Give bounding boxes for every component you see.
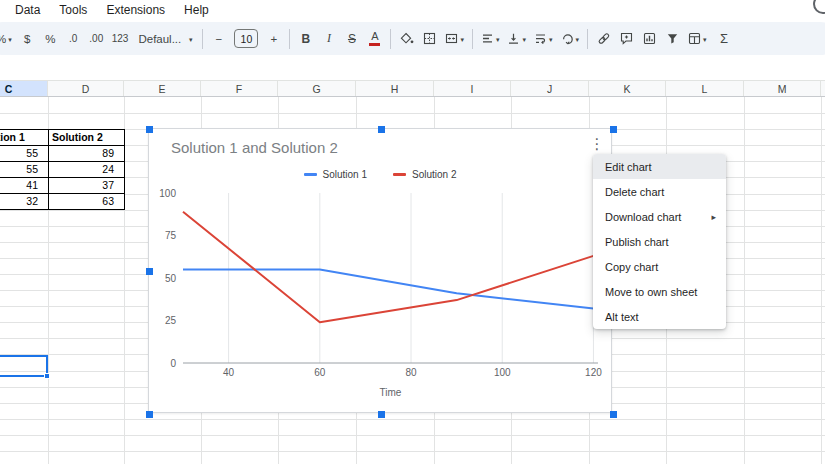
selection-handle[interactable]	[378, 411, 385, 418]
column-header-e[interactable]: E	[124, 81, 201, 97]
column-header-d[interactable]: D	[48, 81, 124, 97]
text-color-swatch	[369, 43, 380, 46]
chart-context-menu: Edit chartDelete chartDownload chart▸Pub…	[593, 154, 726, 329]
context-menu-item-download-chart[interactable]: Download chart▸	[593, 204, 726, 229]
cell[interactable]: 32	[0, 194, 49, 210]
menu-item-extensions[interactable]: Extensions	[106, 3, 165, 17]
selection-handle[interactable]	[378, 126, 385, 133]
menu-item-help[interactable]: Help	[184, 3, 209, 17]
cell[interactable]: 55	[0, 146, 49, 162]
svg-text:Time: Time	[380, 387, 402, 398]
fill-color-button[interactable]	[399, 27, 414, 51]
menu-bar: DataToolsExtensionsHelp	[0, 0, 825, 20]
italic-button[interactable]: I	[321, 27, 336, 51]
context-menu-item-label: Publish chart	[605, 236, 669, 248]
grid-line	[821, 97, 822, 464]
svg-text:80: 80	[405, 367, 417, 378]
column-header-c[interactable]: C	[0, 81, 48, 97]
toolbar-divider	[202, 29, 203, 49]
cell[interactable]: 41	[0, 178, 49, 194]
cell[interactable]: 89	[49, 146, 125, 162]
cell[interactable]: Solution 2	[49, 130, 125, 146]
svg-text:100: 100	[159, 188, 176, 199]
zoom-select[interactable]: % ▾	[0, 27, 12, 51]
selection-handle[interactable]	[146, 126, 153, 133]
data-table: Solution 1Solution 25589552441373263	[0, 129, 125, 210]
insert-comment-button[interactable]	[619, 27, 634, 51]
column-header-k[interactable]: K	[589, 81, 666, 97]
cell[interactable]: Solution 1	[0, 130, 49, 146]
increase-font-size-button[interactable]: +	[266, 27, 281, 51]
merge-cells-icon	[445, 32, 458, 45]
context-menu-item-publish-chart[interactable]: Publish chart	[593, 229, 726, 254]
bold-button[interactable]: B	[298, 27, 313, 51]
selection-handle[interactable]	[146, 411, 153, 418]
font-size-input[interactable]	[234, 29, 258, 48]
table-icon	[688, 32, 701, 45]
decrease-font-size-button[interactable]: −	[211, 27, 226, 51]
fill-handle[interactable]	[44, 373, 50, 379]
selected-cell[interactable]	[0, 355, 48, 377]
svg-text:100: 100	[494, 367, 511, 378]
text-rotation-button[interactable]: ▾	[561, 27, 580, 51]
more-formats-button[interactable]: 123	[112, 27, 129, 51]
insert-chart-button[interactable]	[642, 27, 657, 51]
context-menu-item-edit-chart[interactable]: Edit chart	[593, 154, 726, 179]
strikethrough-button[interactable]: S	[344, 27, 359, 51]
column-header-g[interactable]: G	[278, 81, 356, 97]
borders-button[interactable]	[422, 27, 437, 51]
align-left-icon	[481, 32, 494, 45]
text-color-button[interactable]: A	[367, 27, 382, 51]
cell[interactable]: 55	[0, 162, 49, 178]
column-header-h[interactable]: H	[356, 81, 434, 97]
selection-handle[interactable]	[610, 411, 617, 418]
submenu-arrow-icon: ▸	[711, 212, 716, 222]
column-header-l[interactable]: L	[666, 81, 744, 97]
vertical-align-button[interactable]: ▾	[507, 27, 526, 51]
chart-options-icon[interactable]: ⋮	[588, 134, 606, 154]
chevron-down-icon: ▾	[8, 34, 12, 43]
column-header-f[interactable]: F	[201, 81, 278, 97]
insert-link-button[interactable]	[596, 27, 611, 51]
cell[interactable]: 24	[49, 162, 125, 178]
chevron-down-icon: ▾	[496, 34, 500, 43]
increase-decimal-button[interactable]: .00	[89, 27, 104, 51]
svg-text:25: 25	[165, 315, 177, 326]
selection-handle[interactable]	[610, 126, 617, 133]
menu-item-tools[interactable]: Tools	[59, 3, 87, 17]
chevron-down-icon: ▾	[189, 34, 193, 43]
functions-button[interactable]: Σ	[717, 27, 732, 51]
format-currency-button[interactable]: $	[20, 27, 35, 51]
text-color-label: A	[371, 31, 378, 42]
create-filter-button[interactable]	[665, 27, 680, 51]
menu-item-data[interactable]: Data	[15, 3, 40, 17]
toolbar-divider	[587, 29, 588, 49]
chevron-down-icon: ▾	[576, 34, 580, 43]
column-header-j[interactable]: J	[511, 81, 589, 97]
column-header-i[interactable]: I	[434, 81, 511, 97]
merge-cells-button[interactable]: ▾	[445, 27, 464, 51]
svg-text:60: 60	[314, 367, 326, 378]
cell[interactable]: 63	[49, 194, 125, 210]
column-header-m[interactable]: M	[744, 81, 821, 97]
context-menu-item-move-to-own-sheet[interactable]: Move to own sheet	[593, 279, 726, 304]
chart-card[interactable]: Solution 1 and Solution 2 Solution 1Solu…	[148, 128, 612, 413]
svg-text:120: 120	[585, 367, 602, 378]
font-family-select[interactable]: Defaul... ▾	[136, 27, 194, 51]
chart-plot: 4060801001200255075100Time	[149, 129, 613, 414]
text-wrapping-button[interactable]: ▾	[534, 27, 553, 51]
series-line-solution-2	[183, 212, 593, 323]
table-views-button[interactable]: ▾	[688, 27, 707, 51]
context-menu-item-copy-chart[interactable]: Copy chart	[593, 254, 726, 279]
format-percent-button[interactable]: %	[43, 27, 58, 51]
table-row: Solution 1Solution 2	[0, 130, 125, 146]
context-menu-item-alt-text[interactable]: Alt text	[593, 304, 726, 329]
context-menu-item-delete-chart[interactable]: Delete chart	[593, 179, 726, 204]
svg-text:40: 40	[223, 367, 235, 378]
selection-handle[interactable]	[146, 268, 153, 275]
chevron-down-icon: ▾	[460, 34, 464, 43]
cell[interactable]: 37	[49, 178, 125, 194]
decrease-decimal-button[interactable]: .0	[66, 27, 81, 51]
horizontal-align-button[interactable]: ▾	[481, 27, 500, 51]
context-menu-item-label: Alt text	[605, 311, 639, 323]
